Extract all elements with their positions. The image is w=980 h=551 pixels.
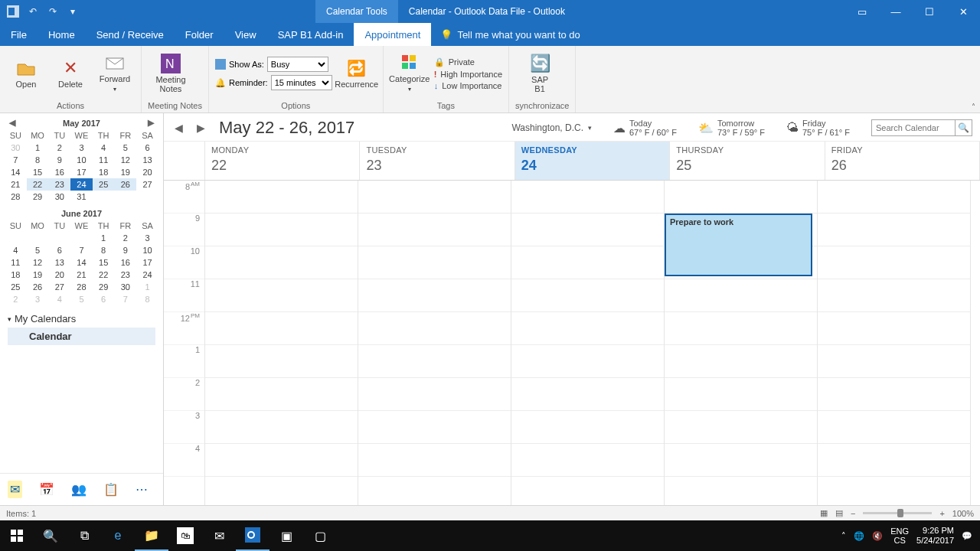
weather-friday[interactable]: 🌤 Friday75° F / 61° F (786, 119, 850, 137)
day-header[interactable]: MONDAY22 (205, 142, 360, 180)
calendar-item[interactable]: Calendar (8, 328, 155, 345)
mini-cal-day[interactable]: 1 (93, 232, 115, 244)
appointment-block[interactable]: Prepare to work (665, 214, 812, 276)
mini-cal-day[interactable]: 8 (136, 293, 158, 305)
mini-cal-day[interactable]: 9 (115, 244, 137, 256)
language-indicator[interactable]: ENGCS (890, 527, 909, 545)
delete-button[interactable]: ✕ Delete (51, 58, 90, 89)
search-taskbar-icon[interactable]: 🔍 (34, 520, 67, 551)
tab-file[interactable]: File (0, 23, 38, 46)
mini-cal-day[interactable]: 5 (27, 244, 49, 256)
mail-nav-icon[interactable]: ✉ (8, 481, 22, 498)
weather-tomorrow[interactable]: ⛅ Tomorrow73° F / 59° F (698, 119, 765, 137)
mini-cal-day[interactable]: 12 (115, 154, 137, 166)
notifications-icon[interactable]: 💬 (962, 531, 972, 541)
mini-cal-day[interactable]: 13 (136, 154, 158, 166)
mini-cal-day[interactable]: 21 (70, 269, 93, 281)
start-button[interactable] (0, 520, 34, 551)
tab-view[interactable]: View (224, 23, 267, 46)
mini-cal-day[interactable]: 20 (136, 166, 158, 178)
qat-more-icon[interactable]: ▾ (66, 5, 80, 18)
mini-cal-day[interactable]: 2 (115, 232, 137, 244)
file-explorer-icon[interactable]: 📁 (135, 520, 168, 551)
mini-cal-day[interactable]: 24 (136, 269, 158, 281)
mini-cal-day[interactable]: 22 (93, 269, 115, 281)
edge-icon[interactable]: e (101, 520, 135, 551)
search-input[interactable] (871, 119, 956, 136)
sap-sync-button[interactable]: 🔄 SAPB1 (515, 54, 564, 93)
mini-cal-day[interactable]: 4 (93, 142, 115, 154)
mini-cal-day[interactable]: 8 (27, 154, 49, 166)
search-icon[interactable]: 🔍 (956, 119, 972, 136)
ribbon-display-icon[interactable]: ▭ (845, 0, 879, 23)
day-header[interactable]: TUESDAY23 (360, 142, 514, 180)
mini-cal-day[interactable]: 3 (136, 232, 158, 244)
mini-cal-day[interactable]: 27 (48, 281, 70, 293)
more-nav-icon[interactable]: ⋯ (136, 482, 148, 497)
calendar-nav-icon[interactable]: 📅 (39, 482, 54, 497)
mini-cal-day[interactable]: 15 (27, 166, 49, 178)
mini-cal-day[interactable]: 23 (115, 269, 137, 281)
mail-app-icon[interactable]: ✉ (202, 520, 236, 551)
maximize-icon[interactable]: ☐ (913, 0, 946, 23)
network-icon[interactable]: 🌐 (854, 531, 864, 541)
mini-cal-day[interactable]: 7 (5, 154, 27, 166)
mini-cal-day[interactable]: 11 (5, 256, 27, 269)
mini-cal-day[interactable]: 21 (5, 178, 27, 191)
mini-cal-day[interactable]: 30 (115, 281, 137, 293)
mini-cal-day[interactable]: 11 (93, 154, 115, 166)
mini-cal-day[interactable]: 28 (70, 281, 93, 293)
mini-cal-day[interactable]: 26 (27, 281, 49, 293)
undo-icon[interactable]: ↶ (26, 5, 40, 18)
mini-cal-day[interactable]: 19 (27, 269, 49, 281)
mini-cal-day[interactable]: 19 (115, 166, 137, 178)
mini-cal-day[interactable] (115, 191, 137, 203)
view-reading-icon[interactable]: ▤ (835, 508, 843, 518)
reminder-select[interactable]: 15 minutes (271, 75, 332, 90)
mini-cal-day[interactable]: 14 (70, 256, 93, 269)
high-importance-button[interactable]: !High Importance (434, 70, 502, 79)
mini-cal-day[interactable]: 5 (70, 293, 93, 305)
close-icon[interactable]: ✕ (946, 0, 980, 23)
forward-button[interactable]: Forward▾ (95, 53, 135, 94)
outlook-icon[interactable] (6, 5, 20, 18)
mini-cal-day[interactable]: 8 (93, 244, 115, 256)
task-view-icon[interactable]: ⧉ (67, 520, 101, 551)
tray-up-icon[interactable]: ˄ (841, 531, 846, 541)
day-column[interactable] (511, 181, 665, 505)
weather-location[interactable]: Washington, D.C.▾ (511, 122, 592, 133)
mini-cal-day[interactable]: 6 (48, 244, 70, 256)
app-icon[interactable]: ▢ (303, 520, 337, 551)
mini-cal-day[interactable]: 16 (115, 256, 137, 269)
day-column[interactable] (205, 181, 358, 505)
mini-cal-day[interactable]: 1 (136, 281, 158, 293)
mini-cal-day[interactable]: 22 (27, 178, 49, 191)
prev-month-icon[interactable]: ◀ (9, 118, 15, 128)
categorize-button[interactable]: Categorize▾ (390, 53, 430, 94)
mini-cal-day[interactable] (48, 232, 70, 244)
private-button[interactable]: 🔒Private (434, 57, 502, 67)
next-month-icon[interactable]: ▶ (148, 118, 154, 128)
view-normal-icon[interactable]: ▦ (820, 508, 828, 518)
mini-cal-day[interactable]: 20 (48, 269, 70, 281)
mini-cal-day[interactable]: 3 (70, 142, 93, 154)
mini-cal-day[interactable] (136, 191, 158, 203)
minimize-icon[interactable]: — (879, 0, 913, 23)
mini-cal-day[interactable]: 17 (70, 166, 93, 178)
mini-cal-day[interactable]: 13 (48, 256, 70, 269)
tasks-nav-icon[interactable]: 📋 (103, 482, 119, 497)
weather-today[interactable]: ☁ Today67° F / 60° F (613, 119, 677, 137)
zoom-in-icon[interactable]: + (939, 509, 944, 518)
mini-cal-day[interactable]: 6 (93, 293, 115, 305)
mini-cal-day[interactable] (27, 232, 49, 244)
mini-cal-day[interactable]: 31 (70, 191, 93, 203)
day-column[interactable] (818, 181, 971, 505)
mini-cal-day[interactable]: 5 (115, 142, 137, 154)
mini-cal-day[interactable]: 29 (93, 281, 115, 293)
mini-cal-day[interactable]: 24 (70, 178, 93, 191)
open-button[interactable]: Open (6, 58, 46, 89)
zoom-out-icon[interactable]: − (851, 509, 855, 518)
mini-cal-day[interactable]: 7 (115, 293, 137, 305)
mini-cal-day[interactable]: 26 (115, 178, 137, 191)
mini-cal-day[interactable]: 23 (48, 178, 70, 191)
